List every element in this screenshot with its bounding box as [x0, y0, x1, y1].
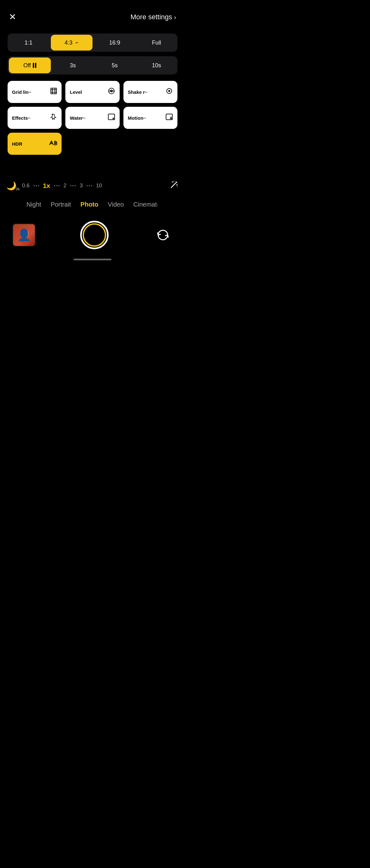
timer-10s-label: 10s [152, 62, 161, 69]
mode-cinematic[interactable]: Cinemat· [133, 201, 159, 208]
grid-lines-button[interactable]: Grid lin·· [8, 81, 62, 103]
zoom-0-6-label[interactable]: 0.6 [22, 183, 30, 189]
zoom-2-label[interactable]: 2 [63, 183, 66, 189]
zoom-dots-3 [70, 185, 76, 186]
hdr-label: HDR [12, 141, 23, 147]
aspect-4-3-label: 4:3 [65, 39, 73, 46]
night-moon-icon: 🌙 2s [6, 181, 16, 191]
chevron-right-icon: › [174, 13, 176, 21]
aspect-full-button[interactable]: Full [136, 33, 178, 52]
mode-portrait[interactable]: Portrait [51, 201, 71, 208]
aspect-full-label: Full [152, 39, 161, 46]
thumbnail-image [13, 224, 35, 246]
timer-3s-button[interactable]: 3s [52, 56, 94, 74]
aspect-16-9-button[interactable]: 16:9 [94, 33, 136, 52]
hdr-button[interactable]: HDR [8, 133, 62, 155]
motion-button[interactable]: Motion·· A [124, 107, 177, 129]
watermark-button[interactable]: Water·· [65, 107, 119, 129]
timer-3s-label: 3s [70, 62, 76, 69]
aspect-1-1-label: 1:1 [25, 39, 33, 46]
close-button[interactable]: ✕ [9, 12, 16, 22]
grid-icon [50, 88, 57, 96]
grid-lines-label: Grid lin·· [12, 89, 31, 95]
more-settings-button[interactable]: More settings › [130, 13, 176, 21]
zoom-10-label[interactable]: 10 [96, 183, 102, 189]
hdr-icon [49, 139, 57, 148]
last-photo-thumbnail[interactable] [13, 224, 35, 246]
zoom-bar: 🌙 2s 0.6 1x 2 3 10 [0, 180, 185, 191]
more-settings-label: More settings [130, 13, 172, 21]
magic-wand-button[interactable] [169, 180, 179, 191]
mode-photo[interactable]: Photo [80, 201, 99, 208]
mode-video[interactable]: Video [108, 201, 124, 208]
svg-line-25 [177, 184, 177, 184]
aspect-4-3-button[interactable]: 4:3 ⌐ [51, 35, 93, 51]
shutter-button[interactable] [80, 221, 109, 249]
level-button[interactable]: Level [65, 81, 119, 103]
timer-5s-label: 5s [112, 62, 118, 69]
svg-point-10 [52, 114, 53, 115]
bottom-bar [0, 215, 185, 259]
timer-10s-button[interactable]: 10s [136, 56, 178, 74]
svg-point-17 [176, 182, 177, 183]
svg-point-9 [168, 90, 170, 92]
aspect-ratio-selector: 1:1 4:3 ⌐ 16:9 Full [8, 33, 177, 52]
zoom-dots-4 [87, 185, 92, 186]
level-label: Level [70, 89, 82, 95]
home-indicator [73, 259, 111, 260]
header: ✕ More settings › [0, 0, 185, 28]
shake-icon [165, 87, 173, 97]
motion-icon: A [165, 114, 173, 122]
shake-reduction-button[interactable]: Shake r·· [124, 81, 177, 103]
svg-point-20 [175, 181, 175, 182]
effects-label: Effects·· [12, 115, 30, 121]
timer-off-label: Off [23, 62, 31, 69]
svg-rect-4 [51, 88, 57, 94]
timer-5s-button[interactable]: 5s [94, 56, 136, 74]
options-grid: Grid lin·· Level Shake r·· [8, 81, 177, 155]
svg-rect-29 [21, 238, 28, 244]
svg-line-15 [171, 183, 175, 188]
svg-line-23 [172, 182, 172, 183]
zoom-1x-label[interactable]: 1x [43, 182, 50, 189]
watermark-label: Water·· [70, 115, 85, 121]
zoom-dots-2 [54, 185, 60, 186]
motion-label: Motion·· [128, 115, 146, 121]
shake-reduction-label: Shake r·· [128, 89, 148, 95]
flip-camera-button[interactable] [154, 225, 172, 245]
effects-button[interactable]: Effects·· [8, 107, 62, 129]
timer-selector: Off 3s 5s 10s [8, 56, 177, 74]
effects-icon [49, 113, 57, 123]
svg-point-28 [21, 229, 28, 238]
watermark-icon [108, 114, 115, 122]
mode-night[interactable]: Night [27, 201, 41, 208]
aspect-1-1-button[interactable]: 1:1 [8, 33, 49, 52]
svg-point-21 [177, 187, 178, 187]
zoom-dots-1 [33, 185, 39, 186]
aspect-corner-icon: ⌐ [76, 40, 78, 45]
zoom-3-label[interactable]: 3 [79, 183, 82, 189]
timer-pause-icon [33, 63, 36, 68]
aspect-16-9-label: 16:9 [109, 39, 120, 46]
level-icon [108, 87, 115, 97]
mode-selector: Night Portrait Photo Video Cinemat· [0, 198, 185, 211]
shutter-ring [83, 223, 106, 247]
timer-off-button[interactable]: Off [9, 58, 51, 73]
